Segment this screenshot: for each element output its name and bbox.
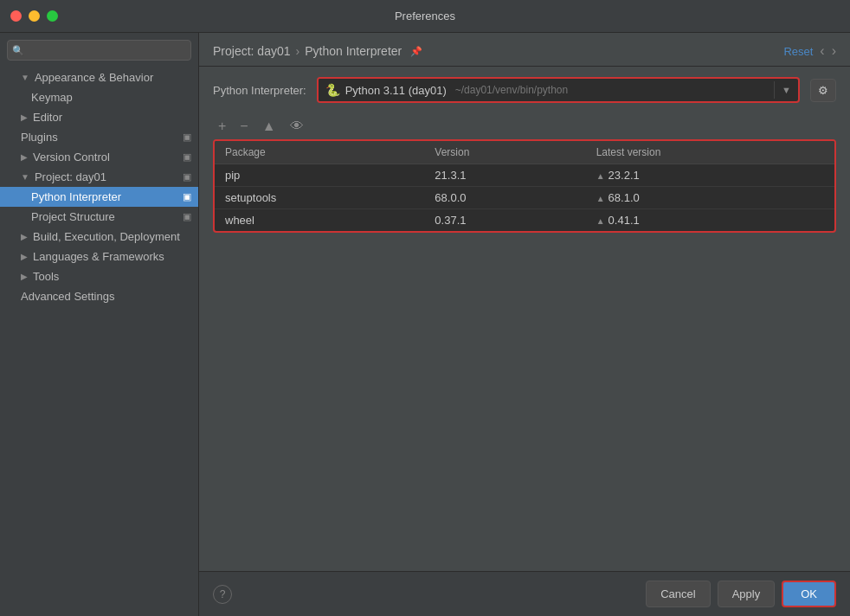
search-icon: 🔍: [12, 45, 24, 56]
sidebar-item-tools[interactable]: ▶ Tools: [0, 266, 198, 286]
maximize-button[interactable]: [47, 10, 58, 22]
search-box[interactable]: 🔍: [7, 40, 191, 61]
pin-icon: 📌: [410, 46, 422, 57]
remove-package-button[interactable]: −: [235, 117, 253, 136]
interpreter-select-wrap: 🐍 Python 3.11 (day01) ~/day01/venv/bin/p…: [317, 77, 800, 103]
minimize-button[interactable]: [29, 10, 40, 22]
interpreter-path: ~/day01/venv/bin/python: [455, 84, 568, 96]
chevron-right-icon: ▶: [21, 112, 28, 122]
package-latest: ▲0.41.1: [586, 209, 834, 232]
sidebar: 🔍 ▼ Appearance & Behavior Keymap ▶ Edito…: [0, 33, 199, 616]
nav-back-button[interactable]: ‹: [820, 43, 824, 59]
sidebar-item-advanced-settings[interactable]: Advanced Settings: [0, 286, 198, 306]
sidebar-item-label: Tools: [33, 270, 59, 283]
sidebar-item-python-interpreter[interactable]: Python Interpreter ▣: [0, 187, 198, 207]
package-version: 21.3.1: [424, 164, 585, 187]
section-icon: ▣: [183, 191, 191, 202]
interpreter-row: Python Interpreter: 🐍 Python 3.11 (day01…: [199, 67, 850, 113]
upgrade-icon: ▲: [596, 216, 605, 226]
chevron-right-icon: ▶: [21, 272, 28, 281]
package-version: 68.0.0: [424, 187, 585, 209]
python-emoji: 🐍: [325, 83, 340, 97]
packages-table: Package Version Latest version pip 21.3.…: [215, 141, 834, 231]
interpreter-select[interactable]: 🐍 Python 3.11 (day01) ~/day01/venv/bin/p…: [319, 79, 774, 101]
sidebar-item-label: Appearance & Behavior: [35, 71, 153, 84]
section-icon: ▣: [183, 211, 191, 222]
package-name: pip: [215, 164, 424, 187]
sidebar-item-label: Keymap: [31, 91, 73, 104]
col-version: Version: [424, 141, 585, 164]
section-icon: ▣: [183, 171, 191, 183]
bottom-actions: Cancel Apply OK: [646, 581, 836, 607]
package-version: 0.37.1: [424, 209, 585, 232]
chevron-right-icon: ▶: [21, 152, 28, 162]
chevron-right-icon: ▶: [21, 252, 28, 261]
table-row[interactable]: wheel 0.37.1 ▲0.41.1: [215, 209, 834, 232]
package-name: setuptools: [215, 187, 424, 209]
sidebar-item-appearance[interactable]: ▼ Appearance & Behavior: [0, 67, 198, 87]
sidebar-item-project-structure[interactable]: Project Structure ▣: [0, 207, 198, 227]
sidebar-item-editor[interactable]: ▶ Editor: [0, 107, 198, 127]
package-latest: ▲68.1.0: [586, 187, 834, 209]
add-package-button[interactable]: +: [213, 117, 231, 136]
apply-button[interactable]: Apply: [718, 581, 776, 607]
upgrade-icon: ▲: [596, 171, 605, 181]
up-package-button[interactable]: ▲: [257, 117, 281, 136]
title-bar: Preferences: [0, 0, 850, 33]
sidebar-item-version-control[interactable]: ▶ Version Control ▣: [0, 147, 198, 167]
package-latest: ▲23.2.1: [586, 164, 834, 187]
reset-button[interactable]: Reset: [783, 45, 813, 58]
help-button[interactable]: ?: [213, 585, 232, 604]
content-area: Project: day01 › Python Interpreter 📌 Re…: [199, 33, 850, 616]
sidebar-item-build[interactable]: ▶ Build, Execution, Deployment: [0, 227, 198, 247]
section-icon: ▣: [183, 151, 191, 163]
col-package: Package: [215, 141, 424, 164]
breadcrumb: Project: day01 › Python Interpreter 📌: [213, 44, 422, 58]
table-row[interactable]: pip 21.3.1 ▲23.2.1: [215, 164, 834, 187]
interpreter-name: Python 3.11 (day01): [345, 84, 447, 97]
sidebar-item-label: Plugins: [21, 131, 58, 144]
interpreter-dropdown-button[interactable]: ▼: [774, 81, 798, 99]
window-title: Preferences: [395, 10, 455, 22]
packages-toolbar: + − ▲ 👁: [199, 113, 850, 139]
search-input[interactable]: [7, 40, 191, 61]
packages-table-wrap: Package Version Latest version pip 21.3.…: [213, 139, 836, 233]
breadcrumb-separator: ›: [296, 44, 300, 58]
breadcrumb-current: Python Interpreter: [305, 44, 402, 58]
sidebar-item-keymap[interactable]: Keymap: [0, 87, 198, 107]
header-actions: Reset ‹ ›: [783, 43, 836, 59]
cancel-button[interactable]: Cancel: [646, 581, 710, 607]
nav-forward-button[interactable]: ›: [832, 43, 836, 59]
sidebar-item-project[interactable]: ▼ Project: day01 ▣: [0, 167, 198, 187]
upgrade-icon: ▲: [596, 194, 605, 203]
sidebar-item-label: Python Interpreter: [31, 190, 121, 203]
sidebar-item-languages[interactable]: ▶ Languages & Frameworks: [0, 247, 198, 266]
ok-button[interactable]: OK: [782, 581, 836, 607]
col-latest-version: Latest version: [586, 141, 834, 164]
sidebar-item-label: Project: day01: [35, 170, 106, 183]
sidebar-item-label: Advanced Settings: [21, 290, 114, 303]
bottom-bar: ? Cancel Apply OK: [199, 571, 850, 616]
interpreter-settings-button[interactable]: ⚙: [810, 79, 836, 102]
package-name: wheel: [215, 209, 424, 232]
sidebar-item-label: Editor: [33, 111, 62, 124]
table-row[interactable]: setuptools 68.0.0 ▲68.1.0: [215, 187, 834, 209]
close-button[interactable]: [10, 10, 22, 22]
window-controls[interactable]: [10, 10, 58, 22]
gear-icon: ⚙: [818, 84, 828, 97]
sidebar-item-label: Languages & Frameworks: [33, 250, 164, 263]
interpreter-label: Python Interpreter:: [213, 84, 306, 97]
content-header: Project: day01 › Python Interpreter 📌 Re…: [199, 33, 850, 67]
eye-button[interactable]: 👁: [285, 117, 309, 136]
sidebar-item-plugins[interactable]: Plugins ▣: [0, 127, 198, 147]
sidebar-item-label: Version Control: [33, 151, 110, 164]
chevron-down-icon: ▼: [21, 73, 29, 82]
sidebar-item-label: Build, Execution, Deployment: [33, 230, 180, 243]
main-container: 🔍 ▼ Appearance & Behavior Keymap ▶ Edito…: [0, 33, 850, 616]
sidebar-item-label: Project Structure: [31, 210, 115, 223]
chevron-down-icon: ▼: [21, 172, 29, 182]
section-icon: ▣: [183, 132, 191, 143]
breadcrumb-project: Project: day01: [213, 44, 291, 58]
chevron-right-icon: ▶: [21, 232, 28, 241]
